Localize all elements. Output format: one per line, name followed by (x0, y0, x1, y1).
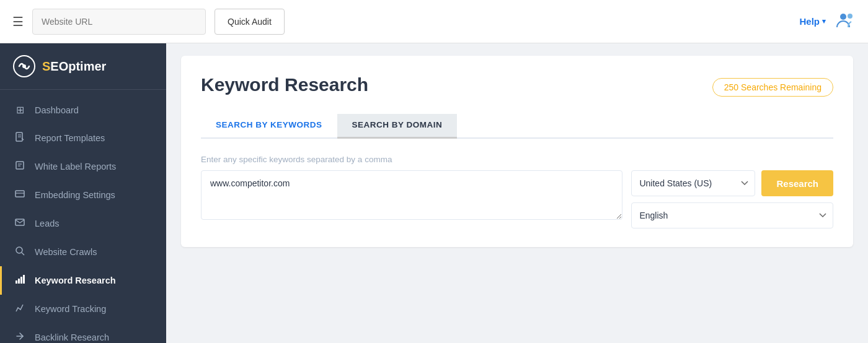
tab-search-by-domain[interactable]: SEARCH BY DOMAIN (337, 114, 458, 139)
form-hint: Enter any specific keywords separated by… (201, 155, 833, 164)
keyword-research-icon (14, 274, 26, 287)
sidebar-item-label: Embedding Settings (35, 190, 115, 200)
sidebar-item-label: Keyword Tracking (35, 304, 106, 314)
form-row: United States (US) United Kingdom (UK) C… (201, 170, 833, 228)
website-crawls-icon (14, 246, 26, 258)
sidebar-nav: ⊞ Dashboard Report Templates White Label… (0, 90, 166, 343)
tab-bar: SEARCH BY KEYWORDS SEARCH BY DOMAIN (201, 114, 833, 139)
svg-rect-10 (16, 191, 24, 197)
svg-rect-17 (20, 277, 22, 284)
logo-text: SEOptimer (42, 59, 106, 74)
svg-point-1 (848, 14, 852, 19)
hamburger-icon[interactable]: ☰ (12, 14, 24, 29)
form-controls: United States (US) United Kingdom (UK) C… (631, 170, 833, 228)
keyword-tracking-icon (14, 303, 26, 315)
svg-point-0 (840, 14, 846, 20)
dashboard-icon: ⊞ (14, 104, 26, 116)
sidebar-item-label: Leads (35, 219, 60, 228)
sidebar-item-website-crawls[interactable]: Website Crawls (0, 238, 166, 266)
controls-row: United States (US) United Kingdom (UK) C… (631, 170, 833, 196)
sidebar-item-embedding[interactable]: Embedding Settings (0, 181, 166, 209)
sidebar-logo: SEOptimer (0, 43, 166, 90)
topbar-left: ☰ Quick Audit (12, 9, 285, 35)
keyword-input[interactable] (201, 170, 622, 220)
svg-point-13 (16, 247, 22, 253)
svg-point-3 (22, 64, 26, 68)
sidebar-item-backlink-research[interactable]: Backlink Research (0, 323, 166, 343)
svg-rect-15 (16, 280, 17, 284)
svg-rect-18 (23, 275, 25, 284)
sidebar-item-report-templates[interactable]: Report Templates (0, 124, 166, 152)
svg-rect-7 (16, 162, 24, 169)
quick-audit-button[interactable]: Quick Audit (215, 9, 285, 35)
sidebar-item-label: Backlink Research (35, 332, 109, 342)
topbar: ☰ Quick Audit Help ▾ (0, 0, 868, 43)
sidebar-item-white-label[interactable]: White Label Reports (0, 152, 166, 181)
backlink-icon (14, 331, 26, 343)
white-label-icon (14, 160, 26, 173)
main-content: Keyword Research 250 Searches Remaining … (166, 43, 868, 343)
sidebar-item-keyword-tracking[interactable]: Keyword Tracking (0, 295, 166, 323)
sidebar-item-dashboard[interactable]: ⊞ Dashboard (0, 96, 166, 124)
country-select[interactable]: United States (US) United Kingdom (UK) C… (631, 170, 755, 196)
embedding-icon (14, 189, 26, 201)
help-chevron-icon: ▾ (822, 17, 826, 25)
leads-icon (14, 217, 26, 230)
sidebar-item-label: Keyword Research (35, 276, 116, 285)
help-button[interactable]: Help ▾ (799, 16, 826, 27)
searches-remaining-badge: 250 Searches Remaining (712, 78, 833, 97)
sidebar-item-label: Dashboard (35, 105, 79, 115)
sidebar: SEOptimer ⊞ Dashboard Report Templates W… (0, 43, 166, 343)
svg-line-14 (22, 253, 24, 255)
page-title: Keyword Research (201, 74, 368, 95)
sidebar-item-label: Website Crawls (35, 247, 97, 257)
research-button[interactable]: Research (761, 170, 833, 196)
url-input[interactable] (32, 9, 206, 35)
svg-rect-12 (16, 219, 24, 225)
tab-search-by-keywords[interactable]: SEARCH BY KEYWORDS (201, 114, 337, 139)
report-templates-icon (14, 132, 26, 144)
sidebar-item-label: Report Templates (35, 133, 105, 143)
layout: SEOptimer ⊞ Dashboard Report Templates W… (0, 43, 868, 343)
content-card: Keyword Research 250 Searches Remaining … (181, 56, 853, 247)
page-header: Keyword Research 250 Searches Remaining (201, 74, 833, 97)
textarea-wrapper (201, 170, 622, 222)
topbar-right: Help ▾ (799, 11, 856, 32)
svg-rect-16 (18, 279, 20, 284)
sidebar-item-keyword-research[interactable]: Keyword Research (0, 266, 166, 295)
logo-icon (12, 54, 36, 78)
sidebar-item-label: White Label Reports (35, 162, 116, 172)
language-select[interactable]: English Spanish French German (631, 202, 833, 228)
users-icon[interactable] (836, 11, 856, 32)
sidebar-item-leads[interactable]: Leads (0, 209, 166, 238)
